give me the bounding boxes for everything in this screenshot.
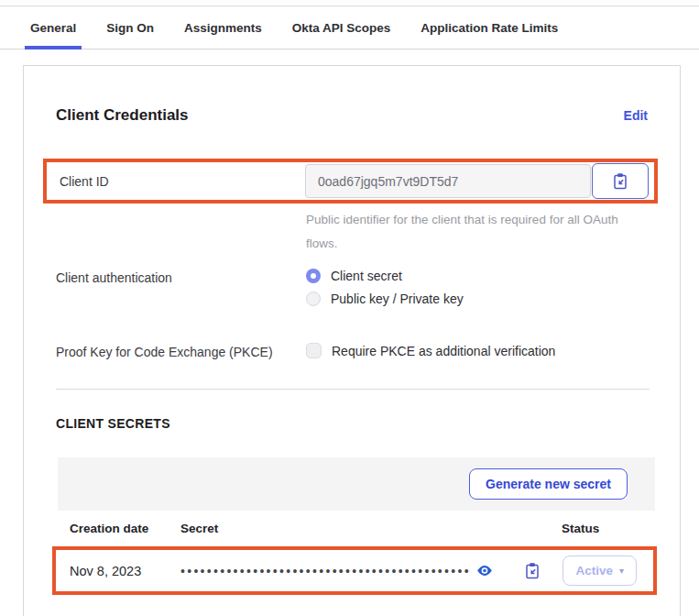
- secret-creation-date: Nov 8, 2023: [70, 564, 180, 578]
- tab-sign-on[interactable]: Sign On: [106, 6, 154, 49]
- section-header: Client Credentials Edit: [56, 66, 648, 125]
- client-authentication-label: Client authentication: [56, 269, 306, 285]
- header-secret: Secret: [180, 522, 562, 535]
- client-id-label: Client ID: [60, 174, 297, 189]
- tab-application-rate-limits[interactable]: Application Rate Limits: [420, 6, 558, 49]
- copy-client-id-button[interactable]: [592, 163, 649, 199]
- clipboard-copy-icon: [524, 562, 541, 579]
- tab-assignments[interactable]: Assignments: [184, 6, 262, 49]
- edit-link[interactable]: Edit: [624, 108, 648, 123]
- checkbox-unchecked-icon[interactable]: [306, 343, 322, 358]
- reveal-secret-button[interactable]: [476, 564, 493, 578]
- client-id-group: 0oad67jgq5m7vt9DT5d7: [305, 163, 649, 199]
- client-id-highlight-box: Client ID 0oad67jgq5m7vt9DT5d7: [43, 159, 658, 204]
- client-id-input[interactable]: 0oad67jgq5m7vt9DT5d7: [305, 164, 591, 198]
- radio-option-label: Client secret: [331, 269, 402, 283]
- radio-selected-icon[interactable]: [306, 269, 321, 283]
- client-authentication-row: Client authentication Client secret Publ…: [56, 269, 648, 314]
- pkce-checkbox-option[interactable]: Require PKCE as additional verification: [306, 343, 555, 358]
- eye-icon: [476, 564, 493, 578]
- tab-general[interactable]: General: [30, 6, 76, 49]
- section-divider: [56, 389, 650, 390]
- masked-secret-value: ••••••••••••••••••••••••••••••••••••••••…: [180, 564, 471, 578]
- client-credentials-card: Client Credentials Edit Client ID 0oad67…: [23, 65, 681, 616]
- pkce-row: Proof Key for Code Exchange (PKCE) Requi…: [56, 343, 648, 367]
- copy-secret-button[interactable]: [524, 562, 541, 579]
- client-id-help-text: Public identifier for the client that is…: [306, 208, 627, 256]
- status-dropdown-button[interactable]: Active ▾: [562, 556, 637, 586]
- radio-option-label: Public key / Private key: [331, 292, 464, 306]
- client-secrets-title: CLIENT SECRETS: [56, 416, 648, 431]
- chevron-down-icon: ▾: [619, 566, 624, 576]
- pkce-checkbox-label: Require PKCE as additional verification: [332, 344, 555, 358]
- radio-unselected-icon[interactable]: [306, 292, 321, 306]
- radio-option-client-secret[interactable]: Client secret: [306, 269, 464, 283]
- client-secrets-toolbar: Generate new secret: [58, 457, 655, 511]
- radio-option-public-private-key[interactable]: Public key / Private key: [306, 292, 464, 306]
- generate-new-secret-button[interactable]: Generate new secret: [469, 468, 628, 500]
- secret-row-highlight-box: Nov 8, 2023 ••••••••••••••••••••••••••••…: [52, 546, 657, 595]
- clipboard-copy-icon: [612, 172, 628, 190]
- app-tabbar: General Sign On Assignments Okta API Sco…: [0, 6, 699, 50]
- section-title: Client Credentials: [56, 106, 189, 125]
- page-top-divider: [0, 0, 699, 6]
- header-status: Status: [562, 522, 599, 535]
- header-creation-date: Creation date: [70, 522, 180, 535]
- secrets-table-header: Creation date Secret Status: [56, 511, 655, 547]
- pkce-label: Proof Key for Code Exchange (PKCE): [56, 343, 306, 359]
- tab-okta-api-scopes[interactable]: Okta API Scopes: [292, 6, 391, 49]
- client-authentication-options: Client secret Public key / Private key: [306, 269, 464, 314]
- status-label: Active: [575, 564, 613, 578]
